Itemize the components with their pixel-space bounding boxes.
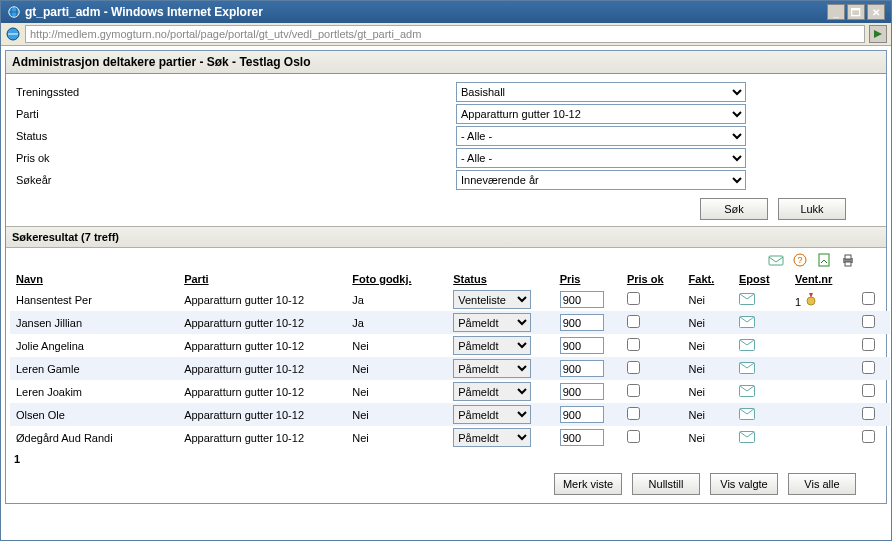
svg-point-10 bbox=[807, 297, 815, 305]
col-fakt[interactable]: Fakt. bbox=[683, 270, 733, 288]
col-status[interactable]: Status bbox=[447, 270, 553, 288]
col-navn[interactable]: Navn bbox=[10, 270, 178, 288]
row-prisok-checkbox[interactable] bbox=[627, 384, 640, 397]
ie-icon bbox=[7, 5, 21, 19]
cell-ventnr bbox=[789, 334, 856, 357]
vis-valgte-button[interactable]: Vis valgte bbox=[710, 473, 778, 495]
cell-parti: Apparatturn gutter 10-12 bbox=[178, 426, 346, 449]
sok-button[interactable]: Søk bbox=[700, 198, 768, 220]
merk-viste-button[interactable]: Merk viste bbox=[554, 473, 622, 495]
row-pris-input[interactable] bbox=[560, 314, 604, 331]
label-sokeår: Søkeår bbox=[16, 174, 456, 186]
row-select-checkbox[interactable] bbox=[862, 292, 875, 305]
row-email-icon[interactable] bbox=[733, 426, 789, 449]
row-pris-input[interactable] bbox=[560, 383, 604, 400]
row-select-checkbox[interactable] bbox=[862, 430, 875, 443]
close-button[interactable]: ✕ bbox=[867, 4, 885, 20]
panel-title: Administrasjon deltakere partier - Søk -… bbox=[6, 51, 886, 74]
lukk-button[interactable]: Lukk bbox=[778, 198, 846, 220]
row-prisok-checkbox[interactable] bbox=[627, 292, 640, 305]
col-ventnr[interactable]: Vent.nr bbox=[789, 270, 856, 288]
table-row: Olsen OleApparatturn gutter 10-12NeiVent… bbox=[10, 403, 890, 426]
cell-navn: Leren Gamle bbox=[10, 357, 178, 380]
row-email-icon[interactable] bbox=[733, 380, 789, 403]
row-prisok-checkbox[interactable] bbox=[627, 338, 640, 351]
row-status-select[interactable]: VentelistePåmeldt bbox=[453, 382, 531, 401]
cell-ventnr bbox=[789, 403, 856, 426]
cell-navn: Jolie Angelina bbox=[10, 334, 178, 357]
cell-navn: Olsen Ole bbox=[10, 403, 178, 426]
row-select-checkbox[interactable] bbox=[862, 361, 875, 374]
row-status-select[interactable]: VentelistePåmeldt bbox=[453, 290, 531, 309]
row-select-checkbox[interactable] bbox=[862, 338, 875, 351]
cell-fakt: Nei bbox=[683, 311, 733, 334]
svg-rect-2 bbox=[769, 256, 783, 265]
cell-ventnr bbox=[789, 311, 856, 334]
col-pris[interactable]: Pris bbox=[554, 270, 621, 288]
cell-fakt: Nei bbox=[683, 357, 733, 380]
select-sokeår[interactable]: Inneværende år bbox=[456, 170, 746, 190]
row-email-icon[interactable] bbox=[733, 311, 789, 334]
row-email-icon[interactable] bbox=[733, 357, 789, 380]
cell-foto: Nei bbox=[346, 426, 447, 449]
col-foto[interactable]: Foto godkj. bbox=[346, 270, 447, 288]
row-email-icon[interactable] bbox=[733, 403, 789, 426]
table-row: Hansentest PerApparatturn gutter 10-12Ja… bbox=[10, 288, 890, 311]
row-status-select[interactable]: VentelistePåmeldt bbox=[453, 359, 531, 378]
select-status[interactable]: - Alle - bbox=[456, 126, 746, 146]
col-parti[interactable]: Parti bbox=[178, 270, 346, 288]
minimize-button[interactable]: _ bbox=[827, 4, 845, 20]
row-status-select[interactable]: VentelistePåmeldt bbox=[453, 313, 531, 332]
row-prisok-checkbox[interactable] bbox=[627, 361, 640, 374]
table-row: Jansen JillianApparatturn gutter 10-12Ja… bbox=[10, 311, 890, 334]
cell-ventnr bbox=[789, 380, 856, 403]
print-icon[interactable] bbox=[840, 252, 856, 268]
row-pris-input[interactable] bbox=[560, 360, 604, 377]
cell-foto: Nei bbox=[346, 403, 447, 426]
go-button[interactable] bbox=[869, 25, 887, 43]
row-pris-input[interactable] bbox=[560, 429, 604, 446]
results-header: Søkeresultat (7 treff) bbox=[6, 226, 886, 248]
select-prisok[interactable]: - Alle - bbox=[456, 148, 746, 168]
cell-navn: Ødegård Aud Randi bbox=[10, 426, 178, 449]
unknown-plus-icon[interactable]: ? bbox=[792, 252, 808, 268]
row-status-select[interactable]: VentelistePåmeldt bbox=[453, 336, 531, 355]
row-email-icon[interactable] bbox=[733, 288, 789, 311]
col-prisok[interactable]: Pris ok bbox=[621, 270, 683, 288]
page-number: 1 bbox=[6, 449, 886, 469]
email-batch-icon[interactable] bbox=[768, 252, 784, 268]
cell-parti: Apparatturn gutter 10-12 bbox=[178, 380, 346, 403]
table-row: Leren GamleApparatturn gutter 10-12NeiVe… bbox=[10, 357, 890, 380]
cell-ventnr bbox=[789, 426, 856, 449]
row-pris-input[interactable] bbox=[560, 406, 604, 423]
nullstill-button[interactable]: Nullstill bbox=[632, 473, 700, 495]
vis-alle-button[interactable]: Vis alle bbox=[788, 473, 856, 495]
select-parti[interactable]: Apparatturn gutter 10-12 bbox=[456, 104, 746, 124]
cell-parti: Apparatturn gutter 10-12 bbox=[178, 311, 346, 334]
row-pris-input[interactable] bbox=[560, 291, 604, 308]
label-parti: Parti bbox=[16, 108, 456, 120]
row-select-checkbox[interactable] bbox=[862, 407, 875, 420]
row-status-select[interactable]: VentelistePåmeldt bbox=[453, 405, 531, 424]
export-icon[interactable] bbox=[816, 252, 832, 268]
row-select-checkbox[interactable] bbox=[862, 384, 875, 397]
svg-text:?: ? bbox=[797, 255, 802, 265]
select-treningssted[interactable]: Basishall bbox=[456, 82, 746, 102]
address-bar[interactable]: http://medlem.gymogturn.no/portal/page/p… bbox=[25, 25, 865, 43]
maximize-button[interactable]: 🗖 bbox=[847, 4, 865, 20]
cell-fakt: Nei bbox=[683, 426, 733, 449]
cell-parti: Apparatturn gutter 10-12 bbox=[178, 334, 346, 357]
row-status-select[interactable]: VentelistePåmeldt bbox=[453, 428, 531, 447]
row-pris-input[interactable] bbox=[560, 337, 604, 354]
address-ie-icon bbox=[5, 26, 21, 42]
row-prisok-checkbox[interactable] bbox=[627, 407, 640, 420]
table-row: Leren JoakimApparatturn gutter 10-12NeiV… bbox=[10, 380, 890, 403]
cell-parti: Apparatturn gutter 10-12 bbox=[178, 403, 346, 426]
col-epost[interactable]: Epost bbox=[733, 270, 789, 288]
row-email-icon[interactable] bbox=[733, 334, 789, 357]
row-prisok-checkbox[interactable] bbox=[627, 315, 640, 328]
row-select-checkbox[interactable] bbox=[862, 315, 875, 328]
cell-navn: Leren Joakim bbox=[10, 380, 178, 403]
row-prisok-checkbox[interactable] bbox=[627, 430, 640, 443]
label-treningssted: Treningssted bbox=[16, 86, 456, 98]
